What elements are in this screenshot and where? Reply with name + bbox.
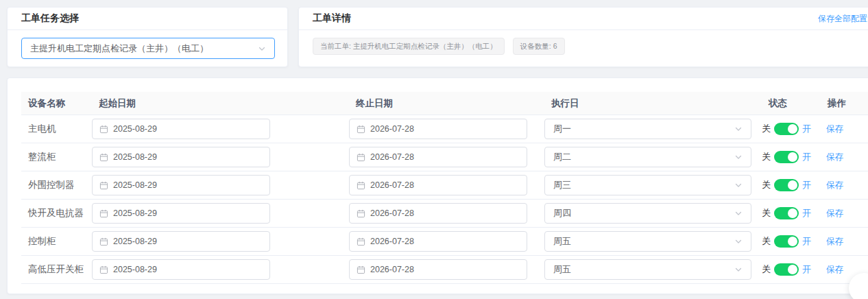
table-row: 快开及电抗器 周四 (21, 200, 868, 228)
device-name: 控制柜 (21, 235, 92, 248)
exec-day-select-value: 周二 (553, 151, 571, 163)
save-row-button[interactable]: 保存 (826, 208, 843, 218)
chevron-down-icon (734, 181, 743, 189)
toggle-knob (788, 180, 797, 190)
end-date-input[interactable] (349, 175, 527, 195)
calendar-icon (99, 265, 108, 274)
device-name: 高低压开关柜 (21, 263, 92, 276)
table-row: 主电机 周一 (21, 115, 868, 143)
exec-day-select-value: 周五 (553, 263, 571, 276)
chevron-down-icon (734, 125, 743, 133)
exec-day-select[interactable]: 周三 (544, 175, 751, 195)
calendar-icon (99, 153, 108, 162)
end-date-value[interactable] (370, 152, 520, 162)
end-date-value[interactable] (370, 208, 520, 218)
start-date-input[interactable] (92, 119, 270, 139)
chevron-down-icon (734, 237, 743, 246)
status-toggle[interactable] (774, 263, 799, 276)
end-date-input[interactable] (349, 119, 527, 139)
calendar-icon (357, 153, 365, 162)
status-toggle[interactable] (774, 151, 799, 163)
exec-day-select[interactable]: 周五 (544, 231, 751, 252)
end-date-value[interactable] (370, 124, 520, 134)
end-date-input[interactable] (349, 147, 527, 167)
chevron-down-icon (258, 45, 266, 53)
calendar-icon (99, 209, 108, 218)
start-date-input[interactable] (92, 147, 270, 167)
exec-day-select[interactable]: 周四 (544, 203, 751, 224)
device-count-tag: 设备数量: 6 (513, 38, 565, 55)
end-date-input[interactable] (349, 231, 527, 252)
table-row: 控制柜 周五 (21, 228, 868, 256)
task-card-title: 工单任务选择 (21, 12, 79, 25)
switch-off-label: 关 (762, 263, 771, 276)
save-all-config-button[interactable]: 保存全部配置 (818, 13, 867, 25)
exec-day-select-value: 周四 (553, 207, 571, 219)
end-date-value[interactable] (370, 265, 520, 274)
save-row-button[interactable]: 保存 (826, 237, 843, 246)
start-date-value[interactable] (113, 208, 263, 218)
exec-day-select[interactable]: 周一 (544, 119, 751, 139)
status-toggle[interactable] (774, 235, 799, 248)
calendar-icon (357, 237, 365, 246)
switch-off-label: 关 (762, 179, 771, 191)
status-toggle[interactable] (774, 123, 799, 135)
calendar-icon (357, 209, 365, 218)
switch-on-label: 开 (802, 235, 811, 248)
column-header-exec-day: 执行日 (544, 97, 762, 110)
switch-on-label: 开 (802, 179, 811, 191)
exec-day-select[interactable]: 周二 (544, 147, 751, 167)
switch-on-label: 开 (802, 207, 811, 219)
calendar-icon (99, 125, 108, 134)
exec-day-select-value: 周一 (553, 123, 571, 135)
device-name: 整流柜 (21, 151, 92, 163)
start-date-input[interactable] (92, 259, 270, 280)
column-header-end-date: 终止日期 (349, 97, 544, 110)
toggle-knob (788, 152, 797, 162)
task-card-header: 工单任务选择 (8, 8, 287, 30)
chevron-down-icon (734, 265, 743, 274)
start-date-value[interactable] (113, 152, 263, 162)
exec-day-select-value: 周三 (553, 179, 571, 191)
switch-off-label: 关 (762, 207, 771, 219)
switch-on-label: 开 (802, 123, 811, 135)
chevron-down-icon (734, 209, 743, 217)
end-date-value[interactable] (370, 180, 520, 190)
switch-off-label: 关 (762, 151, 771, 163)
save-row-button[interactable]: 保存 (826, 180, 843, 190)
start-date-value[interactable] (113, 180, 263, 190)
save-row-button[interactable]: 保存 (826, 152, 843, 162)
start-date-input[interactable] (92, 203, 270, 224)
detail-card-header: 工单详情 保存全部配置 (299, 8, 868, 30)
start-date-value[interactable] (113, 237, 263, 246)
start-date-input[interactable] (92, 231, 270, 252)
end-date-input[interactable] (349, 259, 527, 280)
device-name: 外围控制器 (21, 179, 92, 191)
device-schedule-card: 设备名称 起始日期 终止日期 执行日 状态 操作 主电机 (7, 77, 868, 294)
table-row: 外围控制器 周三 (21, 171, 868, 200)
column-header-start-date: 起始日期 (92, 97, 349, 110)
task-select-card: 工单任务选择 主提升机电工定期点检记录（主井）（电工） (7, 7, 288, 67)
detail-card-title: 工单详情 (313, 12, 351, 25)
save-row-button[interactable]: 保存 (826, 124, 843, 134)
exec-day-select[interactable]: 周五 (544, 259, 751, 280)
table-body: 主电机 周一 (21, 115, 868, 284)
table-header-row: 设备名称 起始日期 终止日期 执行日 状态 操作 (21, 92, 868, 115)
toggle-knob (788, 208, 797, 218)
status-toggle[interactable] (774, 179, 799, 191)
switch-off-label: 关 (762, 123, 771, 135)
end-date-value[interactable] (370, 237, 520, 246)
start-date-value[interactable] (113, 124, 263, 134)
switch-off-label: 关 (762, 235, 771, 248)
column-header-device: 设备名称 (21, 97, 92, 110)
work-order-task-select[interactable]: 主提升机电工定期点检记录（主井）（电工） (21, 38, 275, 59)
end-date-input[interactable] (349, 203, 527, 224)
exec-day-select-value: 周五 (553, 235, 571, 248)
current-work-order-tag: 当前工单: 主提升机电工定期点检记录（主井）（电工） (313, 38, 505, 55)
save-row-button[interactable]: 保存 (826, 265, 843, 274)
work-order-task-select-value: 主提升机电工定期点检记录（主井）（电工） (30, 43, 208, 55)
column-header-status: 状态 (762, 97, 821, 110)
start-date-input[interactable] (92, 175, 270, 195)
start-date-value[interactable] (113, 265, 263, 274)
status-toggle[interactable] (774, 207, 799, 219)
